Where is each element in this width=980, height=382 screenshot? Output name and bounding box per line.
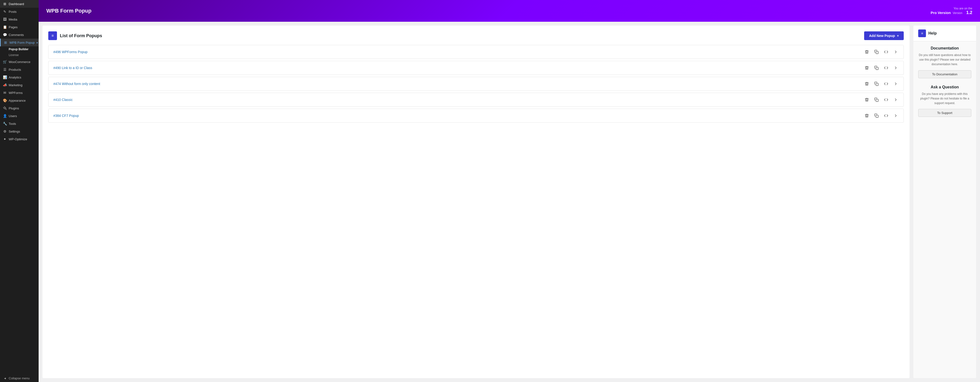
code-icon[interactable] [883,97,889,103]
sidebar-collapse-menu[interactable]: ◂ Collapse menu [0,374,39,382]
panel-header: ≡ List of Form Popups Add New Popup + [48,32,904,40]
sidebar-item-woocommerce[interactable]: 🛒 WooCommerce [0,58,39,66]
settings-icon: ⚙ [3,129,7,133]
dashboard-icon: ⊞ [3,2,7,6]
popup-name: #384 CF7 Popup [53,114,79,118]
woocommerce-icon: 🛒 [3,60,7,64]
support-text: Do you have any problems with this plugi… [918,92,971,106]
popup-list: #496 WPForms Popup [48,45,904,124]
delete-icon[interactable] [864,49,870,55]
popup-actions [864,65,899,71]
sidebar-item-products[interactable]: ☰ Products [0,66,39,73]
sidebar-item-wp-optimize[interactable]: ✦ WP-Optimize [0,135,39,143]
popup-actions [864,81,899,87]
main-panel: ≡ List of Form Popups Add New Popup + #4… [43,25,910,378]
code-icon[interactable] [883,49,889,55]
code-icon[interactable] [883,65,889,71]
version-label: You are on the [931,7,972,10]
sidebar-item-plugins[interactable]: 🔌 Plugins [0,104,39,112]
sidebar-item-dashboard[interactable]: ⊞ Dashboard [0,0,39,8]
sidebar-item-label: Dashboard [9,2,24,6]
to-support-button[interactable]: To Support [918,109,971,117]
popup-name: #496 WPForms Popup [53,50,88,54]
sidebar-item-tools[interactable]: 🔧 Tools [0,120,39,127]
add-plus-icon: + [897,34,899,38]
delete-icon[interactable] [864,113,870,119]
sidebar-item-settings[interactable]: ⚙ Settings [0,127,39,135]
sidebar-item-pages[interactable]: 📋 Pages [0,23,39,31]
sidebar-item-label: WP-Optimize [9,137,27,141]
sidebar-item-media[interactable]: 🖼 Media [0,16,39,23]
sidebar-sub-popup-builder[interactable]: Popup Builder [0,46,39,52]
copy-icon[interactable] [873,49,879,55]
sidebar-item-label: Plugins [9,107,19,110]
sidebar-item-label: Pages [9,25,18,29]
sidebar-item-label: Tools [9,122,16,126]
popup-actions [864,49,899,55]
chevron-right-icon[interactable] [893,81,899,87]
copy-icon[interactable] [873,97,879,103]
content-area: ≡ List of Form Popups Add New Popup + #4… [39,22,980,382]
chevron-right-icon[interactable] [893,49,899,55]
add-new-popup-button[interactable]: Add New Popup + [864,32,904,40]
sidebar-item-label: WooCommerce [9,60,30,64]
delete-icon[interactable] [864,65,870,71]
svg-rect-3 [876,99,878,102]
sidebar-item-analytics[interactable]: 📊 Analytics [0,73,39,81]
popup-actions [864,97,899,103]
popup-list-item[interactable]: #490 Link to a ID or Class [48,61,904,75]
sidebar-item-label: Appearance [9,99,25,102]
sidebar-item-wpforms[interactable]: ✉ WPForms [0,89,39,97]
copy-icon[interactable] [873,65,879,71]
chevron-right-icon[interactable] [893,97,899,103]
sidebar-item-label: Marketing [9,83,22,87]
header-version-area: You are on the Pro Version Version 1.2 [931,7,972,15]
sidebar-item-comments[interactable]: 💬 Comments [0,31,39,39]
sidebar-item-label: Products [9,68,21,72]
popup-list-item[interactable]: #474 Without form only content [48,77,904,91]
delete-icon[interactable] [864,97,870,103]
chevron-right-icon[interactable] [893,65,899,71]
main-content: WPB Form Popup You are on the Pro Versio… [39,0,980,382]
sidebar-sub-license[interactable]: License [0,52,39,58]
users-icon: 👤 [3,114,7,118]
svg-rect-2 [876,83,878,86]
svg-rect-1 [876,67,878,70]
version-tag: Version [953,11,963,15]
sidebar-item-label: Settings [9,130,20,133]
copy-icon[interactable] [873,81,879,87]
popup-name: #410 Classic [53,98,73,102]
popup-name: #490 Link to a ID or Class [53,66,92,70]
collapse-icon: ◂ [3,376,7,380]
sidebar-sub-section: Popup Builder License [0,46,39,58]
popup-list-item[interactable]: #384 CF7 Popup [48,109,904,123]
to-documentation-button[interactable]: To Documentation [918,70,971,78]
code-icon[interactable] [883,113,889,119]
sidebar-item-wpb-form-popup[interactable]: ⊞ WPB Form Popup ▸ [0,39,39,46]
sidebar-item-label: Comments [9,33,24,37]
header-banner: WPB Form Popup You are on the Pro Versio… [39,0,980,22]
popup-list-item[interactable]: #410 Classic [48,93,904,107]
copy-icon[interactable] [873,113,879,119]
delete-icon[interactable] [864,81,870,87]
popup-list-item[interactable]: #496 WPForms Popup [48,45,904,59]
sidebar-item-users[interactable]: 👤 Users [0,112,39,120]
sidebar-item-posts[interactable]: ✎ Posts [0,8,39,16]
panel-title-area: ≡ List of Form Popups [48,32,102,40]
help-panel-icon: ≡ [918,29,926,37]
collapse-label: Collapse menu [9,376,30,380]
svg-rect-4 [876,115,878,118]
sidebar-item-label: WPForms [9,91,23,95]
support-section: Ask a Question Do you have any problems … [918,85,971,117]
help-title: Help [928,31,937,35]
code-icon[interactable] [883,81,889,87]
marketing-icon: 📣 [3,83,7,87]
products-icon: ☰ [3,68,7,72]
sidebar-item-appearance[interactable]: 🎨 Appearance [0,97,39,104]
analytics-icon: 📊 [3,75,7,79]
chevron-right-icon[interactable] [893,113,899,119]
sidebar-item-marketing[interactable]: 📣 Marketing [0,81,39,89]
sidebar-item-label: Posts [9,10,17,14]
wpoptimize-icon: ✦ [3,137,7,141]
comments-icon: 💬 [3,33,7,37]
